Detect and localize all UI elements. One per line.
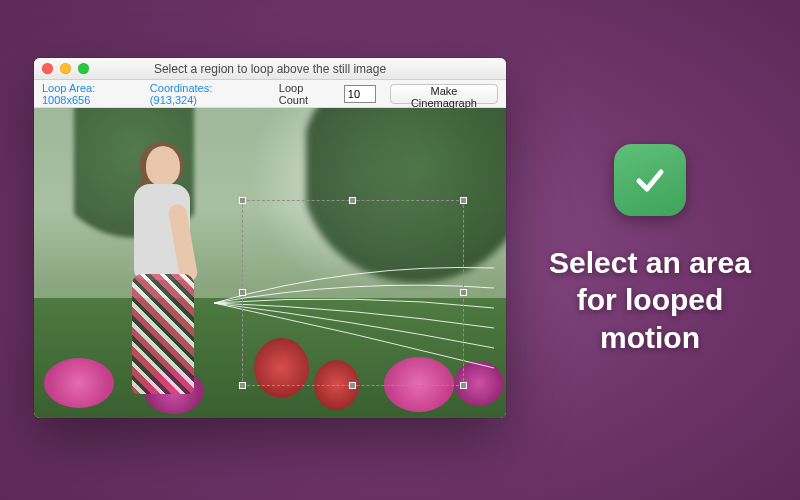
resize-handle-sw[interactable] xyxy=(239,382,246,389)
resize-handle-nw[interactable] xyxy=(239,197,246,204)
resize-handle-n[interactable] xyxy=(349,197,356,204)
window-title: Select a region to loop above the still … xyxy=(34,62,506,76)
resize-handle-e[interactable] xyxy=(460,289,467,296)
zoom-icon[interactable] xyxy=(78,63,89,74)
resize-handle-se[interactable] xyxy=(460,382,467,389)
image-canvas[interactable] xyxy=(34,108,506,418)
loop-area-readout: Loop Area: 1008x656 xyxy=(42,82,136,106)
scene-person xyxy=(92,146,212,396)
promo-title: Select an area for looped motion xyxy=(549,244,751,357)
promo-panel: Select an area for looped motion xyxy=(500,0,800,500)
loop-count-input[interactable] xyxy=(344,85,376,103)
make-cinemagraph-button[interactable]: Make Cinemagraph xyxy=(390,84,498,104)
minimize-icon[interactable] xyxy=(60,63,71,74)
window-controls xyxy=(42,63,89,74)
loop-region-selection[interactable] xyxy=(242,200,464,386)
close-icon[interactable] xyxy=(42,63,53,74)
cinemagraph-editor-window: Select a region to loop above the still … xyxy=(34,58,506,418)
resize-handle-ne[interactable] xyxy=(460,197,467,204)
titlebar: Select a region to loop above the still … xyxy=(34,58,506,80)
resize-handle-w[interactable] xyxy=(239,289,246,296)
coordinates-readout: Coordinates: (913,324) xyxy=(150,82,251,106)
loop-count-label: Loop Count xyxy=(279,82,330,106)
checkmark-icon xyxy=(614,144,686,216)
resize-handle-s[interactable] xyxy=(349,382,356,389)
toolbar: Loop Area: 1008x656 Coordinates: (913,32… xyxy=(34,80,506,108)
